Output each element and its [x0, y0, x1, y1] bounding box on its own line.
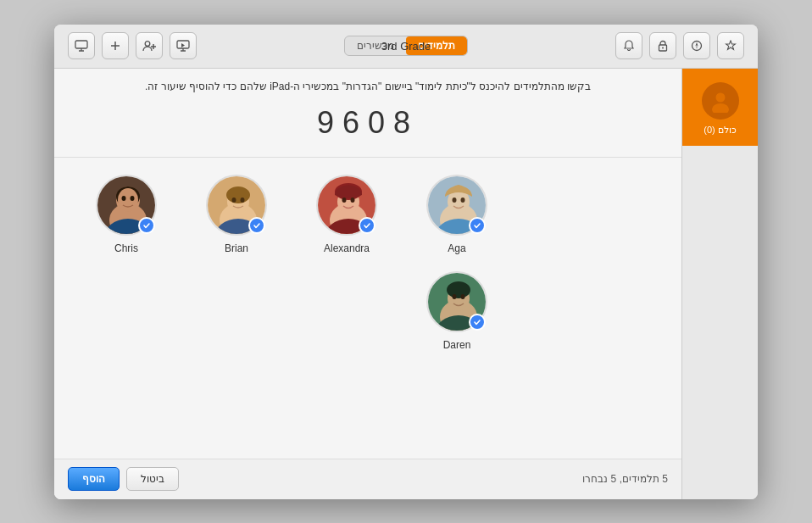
notifications-button[interactable] — [615, 32, 642, 59]
bottom-bar: הוסף ביטול 5 תלמידים, 5 נבחרו — [54, 459, 681, 499]
check-badge-alexandra — [359, 217, 375, 234]
avatar-wrapper-alexandra — [316, 175, 377, 236]
svg-rect-0 — [75, 41, 87, 48]
svg-point-5 — [145, 42, 150, 47]
info-bar: בקשו מהתלמידים להיכנס ל"כיתת לימוד" בייש… — [54, 69, 681, 159]
svg-point-13 — [662, 47, 664, 49]
student-alexandra[interactable]: Alexandra — [309, 175, 385, 254]
avatar-wrapper-brian — [206, 175, 267, 236]
person-add-button[interactable] — [136, 32, 163, 59]
svg-point-29 — [232, 198, 236, 203]
check-badge-chris — [138, 217, 155, 234]
svg-point-50 — [461, 294, 465, 299]
svg-marker-11 — [181, 43, 185, 47]
student-brian[interactable]: Brian — [198, 175, 275, 254]
svg-point-49 — [453, 294, 457, 299]
instruction-text: בקשו מהתלמידים להיכנס ל"כיתת לימוד" בייש… — [71, 79, 665, 95]
check-badge-aga — [469, 217, 486, 234]
svg-point-21 — [118, 188, 138, 212]
lock-button[interactable] — [649, 32, 676, 59]
student-name-brian: Brian — [225, 242, 248, 254]
bottom-actions: הוסף ביטול — [68, 467, 179, 491]
avatar-wrapper-aga — [426, 175, 487, 236]
title-bar: 3rd Grade מכשירים תלמידים — [54, 25, 758, 69]
svg-marker-15 — [696, 42, 698, 46]
toolbar-right — [615, 32, 744, 59]
svg-point-37 — [351, 198, 355, 203]
svg-point-42 — [453, 198, 457, 203]
window-title: 3rd Grade — [381, 40, 431, 53]
svg-point-43 — [461, 198, 465, 203]
monitor-button[interactable] — [68, 32, 95, 59]
cancel-button[interactable]: ביטול — [126, 467, 179, 491]
svg-point-48 — [447, 281, 470, 298]
avatar-wrapper-chris — [96, 175, 157, 236]
user-avatar-icon — [702, 82, 739, 120]
student-name-aga: Aga — [448, 242, 465, 254]
sidebar-user-label: כולם (0) — [704, 125, 737, 136]
student-name-chris: Chris — [114, 242, 138, 254]
store-button[interactable] — [717, 32, 744, 59]
sidebar-user[interactable]: כולם (0) — [682, 69, 758, 146]
svg-point-52 — [715, 92, 725, 102]
add-button[interactable]: הוסף — [68, 467, 120, 491]
student-chris[interactable]: Chris — [88, 175, 164, 254]
bottom-status: 5 תלמידים, 5 נבחרו — [582, 473, 668, 485]
student-aga[interactable]: Aga — [419, 175, 495, 254]
content-panel: בקשו מהתלמידים להיכנס ל"כיתת לימוד" בייש… — [54, 69, 681, 499]
svg-point-36 — [342, 198, 347, 203]
main-body: בקשו מהתלמידים להיכנס ל"כיתת לימוד" בייש… — [54, 69, 758, 499]
avatar-wrapper-daren — [426, 271, 487, 332]
students-grid: Chris — [54, 158, 681, 458]
screen-share-button[interactable] — [170, 32, 197, 59]
svg-point-28 — [226, 186, 250, 203]
add-button[interactable] — [102, 32, 129, 59]
students-row-2: Daren — [88, 271, 648, 351]
student-daren[interactable]: Daren — [419, 271, 495, 351]
svg-point-22 — [122, 196, 126, 201]
students-row-1: Chris — [88, 175, 648, 254]
enrollment-code: 9608 — [71, 98, 665, 147]
student-name-alexandra: Alexandra — [324, 242, 370, 254]
main-window: 3rd Grade מכשירים תלמידים — [54, 25, 758, 499]
student-name-daren: Daren — [443, 339, 471, 351]
svg-point-53 — [712, 103, 729, 113]
compass-button[interactable] — [683, 32, 710, 59]
svg-point-23 — [131, 196, 135, 201]
svg-point-30 — [241, 198, 245, 203]
check-badge-daren — [469, 314, 486, 331]
svg-marker-16 — [696, 46, 698, 49]
toolbar-left — [68, 32, 197, 59]
sidebar: כולם (0) — [681, 69, 758, 499]
check-badge-brian — [248, 217, 265, 234]
